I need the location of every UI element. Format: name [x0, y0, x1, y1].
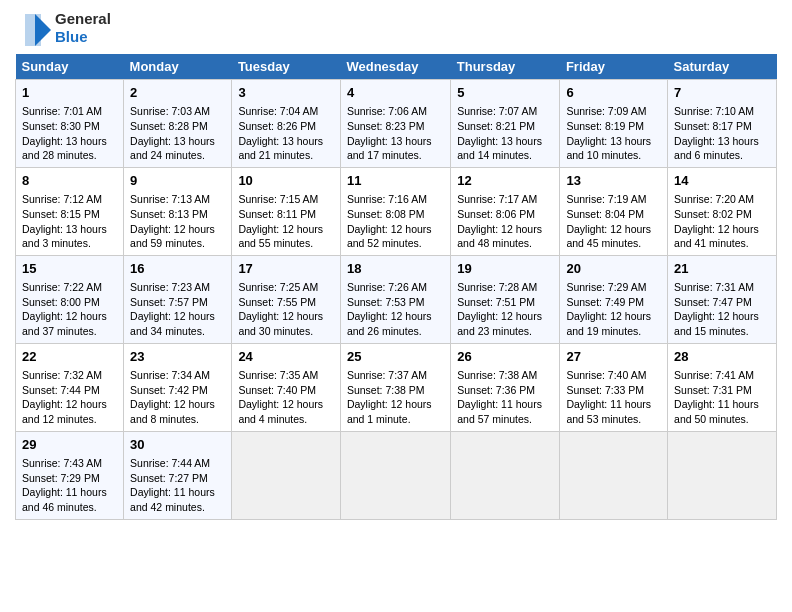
- calendar-cell: [560, 431, 668, 519]
- sunset: Sunset: 7:49 PM: [566, 296, 644, 308]
- sunrise: Sunrise: 7:12 AM: [22, 193, 102, 205]
- day-header-tuesday: Tuesday: [232, 54, 341, 80]
- sunset: Sunset: 8:15 PM: [22, 208, 100, 220]
- sunrise: Sunrise: 7:07 AM: [457, 105, 537, 117]
- daylight: Daylight: 13 hours and 17 minutes.: [347, 135, 432, 162]
- sunrise: Sunrise: 7:01 AM: [22, 105, 102, 117]
- sunrise: Sunrise: 7:23 AM: [130, 281, 210, 293]
- calendar-cell: 1Sunrise: 7:01 AMSunset: 8:30 PMDaylight…: [16, 80, 124, 168]
- calendar-cell: 2Sunrise: 7:03 AMSunset: 8:28 PMDaylight…: [124, 80, 232, 168]
- daylight: Daylight: 12 hours and 12 minutes.: [22, 398, 107, 425]
- daylight: Daylight: 11 hours and 46 minutes.: [22, 486, 107, 513]
- sunrise: Sunrise: 7:19 AM: [566, 193, 646, 205]
- calendar-cell: 30Sunrise: 7:44 AMSunset: 7:27 PMDayligh…: [124, 431, 232, 519]
- sunrise: Sunrise: 7:40 AM: [566, 369, 646, 381]
- sunset: Sunset: 7:33 PM: [566, 384, 644, 396]
- day-header-thursday: Thursday: [451, 54, 560, 80]
- logo: General Blue: [15, 10, 111, 46]
- sunset: Sunset: 7:38 PM: [347, 384, 425, 396]
- calendar-cell: 28Sunrise: 7:41 AMSunset: 7:31 PMDayligh…: [668, 343, 777, 431]
- day-number: 17: [238, 260, 334, 278]
- calendar-cell: 12Sunrise: 7:17 AMSunset: 8:06 PMDayligh…: [451, 167, 560, 255]
- sunrise: Sunrise: 7:26 AM: [347, 281, 427, 293]
- day-number: 13: [566, 172, 661, 190]
- sunset: Sunset: 7:51 PM: [457, 296, 535, 308]
- day-number: 28: [674, 348, 770, 366]
- calendar-cell: 9Sunrise: 7:13 AMSunset: 8:13 PMDaylight…: [124, 167, 232, 255]
- calendar-cell: 21Sunrise: 7:31 AMSunset: 7:47 PMDayligh…: [668, 255, 777, 343]
- calendar-table: SundayMondayTuesdayWednesdayThursdayFrid…: [15, 54, 777, 520]
- daylight: Daylight: 13 hours and 21 minutes.: [238, 135, 323, 162]
- calendar-week-4: 22Sunrise: 7:32 AMSunset: 7:44 PMDayligh…: [16, 343, 777, 431]
- sunset: Sunset: 7:44 PM: [22, 384, 100, 396]
- sunset: Sunset: 7:42 PM: [130, 384, 208, 396]
- day-number: 6: [566, 84, 661, 102]
- day-number: 12: [457, 172, 553, 190]
- day-number: 11: [347, 172, 444, 190]
- day-number: 1: [22, 84, 117, 102]
- sunrise: Sunrise: 7:15 AM: [238, 193, 318, 205]
- daylight: Daylight: 11 hours and 50 minutes.: [674, 398, 759, 425]
- day-number: 10: [238, 172, 334, 190]
- sunset: Sunset: 8:17 PM: [674, 120, 752, 132]
- sunrise: Sunrise: 7:43 AM: [22, 457, 102, 469]
- daylight: Daylight: 13 hours and 14 minutes.: [457, 135, 542, 162]
- daylight: Daylight: 13 hours and 3 minutes.: [22, 223, 107, 250]
- calendar-cell: 22Sunrise: 7:32 AMSunset: 7:44 PMDayligh…: [16, 343, 124, 431]
- calendar-cell: 24Sunrise: 7:35 AMSunset: 7:40 PMDayligh…: [232, 343, 341, 431]
- sunrise: Sunrise: 7:34 AM: [130, 369, 210, 381]
- calendar-cell: 3Sunrise: 7:04 AMSunset: 8:26 PMDaylight…: [232, 80, 341, 168]
- sunrise: Sunrise: 7:25 AM: [238, 281, 318, 293]
- sunrise: Sunrise: 7:06 AM: [347, 105, 427, 117]
- day-number: 5: [457, 84, 553, 102]
- calendar-cell: 17Sunrise: 7:25 AMSunset: 7:55 PMDayligh…: [232, 255, 341, 343]
- calendar-cell: 7Sunrise: 7:10 AMSunset: 8:17 PMDaylight…: [668, 80, 777, 168]
- sunset: Sunset: 8:00 PM: [22, 296, 100, 308]
- sunset: Sunset: 7:40 PM: [238, 384, 316, 396]
- sunset: Sunset: 8:13 PM: [130, 208, 208, 220]
- day-number: 19: [457, 260, 553, 278]
- sunset: Sunset: 8:11 PM: [238, 208, 316, 220]
- sunset: Sunset: 7:53 PM: [347, 296, 425, 308]
- daylight: Daylight: 12 hours and 19 minutes.: [566, 310, 651, 337]
- calendar-cell: [340, 431, 450, 519]
- calendar-cell: 11Sunrise: 7:16 AMSunset: 8:08 PMDayligh…: [340, 167, 450, 255]
- day-number: 24: [238, 348, 334, 366]
- sunrise: Sunrise: 7:13 AM: [130, 193, 210, 205]
- daylight: Daylight: 12 hours and 34 minutes.: [130, 310, 215, 337]
- calendar-cell: 20Sunrise: 7:29 AMSunset: 7:49 PMDayligh…: [560, 255, 668, 343]
- sunrise: Sunrise: 7:31 AM: [674, 281, 754, 293]
- day-number: 9: [130, 172, 225, 190]
- day-number: 3: [238, 84, 334, 102]
- daylight: Daylight: 13 hours and 28 minutes.: [22, 135, 107, 162]
- sunrise: Sunrise: 7:22 AM: [22, 281, 102, 293]
- sunset: Sunset: 8:08 PM: [347, 208, 425, 220]
- sunrise: Sunrise: 7:10 AM: [674, 105, 754, 117]
- sunset: Sunset: 8:26 PM: [238, 120, 316, 132]
- sunrise: Sunrise: 7:41 AM: [674, 369, 754, 381]
- daylight: Daylight: 11 hours and 42 minutes.: [130, 486, 215, 513]
- day-header-friday: Friday: [560, 54, 668, 80]
- calendar-cell: 4Sunrise: 7:06 AMSunset: 8:23 PMDaylight…: [340, 80, 450, 168]
- sunrise: Sunrise: 7:20 AM: [674, 193, 754, 205]
- sunset: Sunset: 7:47 PM: [674, 296, 752, 308]
- daylight: Daylight: 13 hours and 24 minutes.: [130, 135, 215, 162]
- header: General Blue: [15, 10, 777, 46]
- sunrise: Sunrise: 7:17 AM: [457, 193, 537, 205]
- sunset: Sunset: 8:21 PM: [457, 120, 535, 132]
- sunset: Sunset: 8:28 PM: [130, 120, 208, 132]
- calendar-cell: 29Sunrise: 7:43 AMSunset: 7:29 PMDayligh…: [16, 431, 124, 519]
- calendar-cell: 18Sunrise: 7:26 AMSunset: 7:53 PMDayligh…: [340, 255, 450, 343]
- calendar-cell: 10Sunrise: 7:15 AMSunset: 8:11 PMDayligh…: [232, 167, 341, 255]
- sunset: Sunset: 8:30 PM: [22, 120, 100, 132]
- sunrise: Sunrise: 7:28 AM: [457, 281, 537, 293]
- calendar-cell: 23Sunrise: 7:34 AMSunset: 7:42 PMDayligh…: [124, 343, 232, 431]
- day-number: 27: [566, 348, 661, 366]
- calendar-cell: 15Sunrise: 7:22 AMSunset: 8:00 PMDayligh…: [16, 255, 124, 343]
- day-number: 18: [347, 260, 444, 278]
- calendar-body: 1Sunrise: 7:01 AMSunset: 8:30 PMDaylight…: [16, 80, 777, 520]
- calendar-cell: 6Sunrise: 7:09 AMSunset: 8:19 PMDaylight…: [560, 80, 668, 168]
- calendar-cell: [451, 431, 560, 519]
- sunset: Sunset: 8:23 PM: [347, 120, 425, 132]
- day-number: 26: [457, 348, 553, 366]
